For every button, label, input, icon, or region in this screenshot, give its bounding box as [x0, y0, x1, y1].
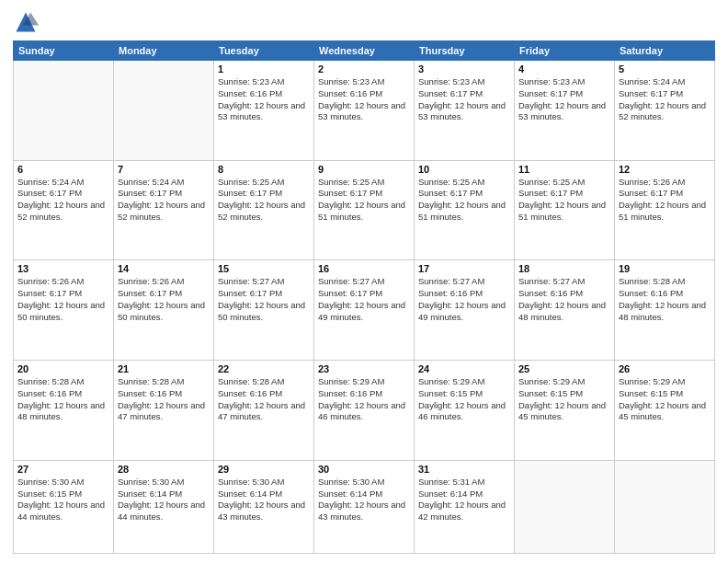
day-info: Sunrise: 5:23 AM Sunset: 6:17 PM Dayligh…	[518, 76, 610, 123]
day-number: 24	[418, 363, 510, 374]
calendar-cell: 2Sunrise: 5:23 AM Sunset: 6:16 PM Daylig…	[314, 61, 415, 161]
calendar-cell: 30Sunrise: 5:30 AM Sunset: 6:14 PM Dayli…	[314, 460, 415, 553]
day-number: 25	[518, 363, 610, 374]
day-number: 17	[418, 263, 510, 274]
calendar-cell: 1Sunrise: 5:23 AM Sunset: 6:16 PM Daylig…	[214, 61, 314, 161]
calendar-cell: 22Sunrise: 5:28 AM Sunset: 6:16 PM Dayli…	[214, 361, 314, 461]
day-number: 10	[418, 164, 510, 175]
calendar-cell: 5Sunrise: 5:24 AM Sunset: 6:17 PM Daylig…	[615, 61, 715, 161]
day-info: Sunrise: 5:28 AM Sunset: 6:16 PM Dayligh…	[218, 376, 310, 423]
calendar-cell	[515, 460, 615, 553]
calendar-cell: 10Sunrise: 5:25 AM Sunset: 6:17 PM Dayli…	[415, 160, 515, 260]
day-number: 5	[619, 63, 711, 75]
day-info: Sunrise: 5:28 AM Sunset: 6:16 PM Dayligh…	[619, 276, 711, 323]
calendar-cell: 13Sunrise: 5:26 AM Sunset: 6:17 PM Dayli…	[14, 260, 114, 361]
day-info: Sunrise: 5:28 AM Sunset: 6:16 PM Dayligh…	[118, 376, 210, 423]
day-number: 26	[619, 363, 711, 374]
day-info: Sunrise: 5:26 AM Sunset: 6:17 PM Dayligh…	[619, 177, 711, 224]
day-info: Sunrise: 5:25 AM Sunset: 6:17 PM Dayligh…	[518, 177, 610, 224]
calendar-cell: 15Sunrise: 5:27 AM Sunset: 6:17 PM Dayli…	[214, 260, 314, 361]
calendar-cell: 31Sunrise: 5:31 AM Sunset: 6:14 PM Dayli…	[415, 460, 515, 553]
week-row: 20Sunrise: 5:28 AM Sunset: 6:16 PM Dayli…	[14, 361, 715, 461]
week-row: 13Sunrise: 5:26 AM Sunset: 6:17 PM Dayli…	[14, 260, 715, 361]
day-info: Sunrise: 5:29 AM Sunset: 6:15 PM Dayligh…	[518, 376, 610, 423]
calendar-cell	[114, 61, 214, 161]
day-number: 18	[518, 263, 610, 274]
day-info: Sunrise: 5:23 AM Sunset: 6:16 PM Dayligh…	[318, 76, 410, 123]
day-number: 23	[318, 363, 410, 374]
calendar-cell: 7Sunrise: 5:24 AM Sunset: 6:17 PM Daylig…	[114, 160, 214, 260]
calendar-cell: 18Sunrise: 5:27 AM Sunset: 6:16 PM Dayli…	[515, 260, 615, 361]
calendar-cell: 9Sunrise: 5:25 AM Sunset: 6:17 PM Daylig…	[314, 160, 415, 260]
calendar-cell: 17Sunrise: 5:27 AM Sunset: 6:16 PM Dayli…	[415, 260, 515, 361]
calendar-cell: 8Sunrise: 5:25 AM Sunset: 6:17 PM Daylig…	[214, 160, 314, 260]
weekday-header: Saturday	[615, 41, 715, 61]
day-info: Sunrise: 5:24 AM Sunset: 6:17 PM Dayligh…	[118, 177, 210, 224]
day-info: Sunrise: 5:25 AM Sunset: 6:17 PM Dayligh…	[418, 177, 510, 224]
day-info: Sunrise: 5:26 AM Sunset: 6:17 PM Dayligh…	[118, 276, 210, 323]
calendar-cell: 11Sunrise: 5:25 AM Sunset: 6:17 PM Dayli…	[515, 160, 615, 260]
header	[13, 9, 715, 35]
day-info: Sunrise: 5:29 AM Sunset: 6:15 PM Dayligh…	[418, 376, 510, 423]
day-number: 15	[218, 263, 310, 274]
day-number: 29	[218, 464, 310, 475]
day-number: 4	[518, 63, 610, 75]
calendar-cell: 25Sunrise: 5:29 AM Sunset: 6:15 PM Dayli…	[515, 361, 615, 461]
weekday-header: Friday	[515, 41, 615, 61]
day-number: 21	[118, 363, 210, 374]
calendar-cell: 16Sunrise: 5:27 AM Sunset: 6:17 PM Dayli…	[314, 260, 415, 361]
day-info: Sunrise: 5:24 AM Sunset: 6:17 PM Dayligh…	[619, 76, 711, 123]
week-row: 27Sunrise: 5:30 AM Sunset: 6:15 PM Dayli…	[14, 460, 715, 553]
page: SundayMondayTuesdayWednesdayThursdayFrid…	[0, 0, 728, 563]
weekday-header: Sunday	[14, 41, 114, 61]
day-number: 19	[619, 263, 711, 274]
day-info: Sunrise: 5:29 AM Sunset: 6:16 PM Dayligh…	[318, 376, 410, 423]
day-info: Sunrise: 5:31 AM Sunset: 6:14 PM Dayligh…	[418, 477, 510, 523]
day-number: 3	[418, 63, 510, 75]
day-info: Sunrise: 5:26 AM Sunset: 6:17 PM Dayligh…	[17, 276, 109, 323]
calendar-cell: 29Sunrise: 5:30 AM Sunset: 6:14 PM Dayli…	[214, 460, 314, 553]
calendar-cell: 3Sunrise: 5:23 AM Sunset: 6:17 PM Daylig…	[415, 61, 515, 161]
day-number: 30	[318, 464, 410, 475]
calendar-cell: 23Sunrise: 5:29 AM Sunset: 6:16 PM Dayli…	[314, 361, 415, 461]
calendar-cell: 24Sunrise: 5:29 AM Sunset: 6:15 PM Dayli…	[415, 361, 515, 461]
day-number: 7	[118, 164, 210, 175]
calendar-cell: 20Sunrise: 5:28 AM Sunset: 6:16 PM Dayli…	[14, 361, 114, 461]
calendar-cell: 28Sunrise: 5:30 AM Sunset: 6:14 PM Dayli…	[114, 460, 214, 553]
day-number: 31	[418, 464, 510, 475]
weekday-header: Wednesday	[314, 41, 415, 61]
calendar-table: SundayMondayTuesdayWednesdayThursdayFrid…	[13, 40, 715, 554]
day-info: Sunrise: 5:27 AM Sunset: 6:17 PM Dayligh…	[218, 276, 310, 323]
week-row: 6Sunrise: 5:24 AM Sunset: 6:17 PM Daylig…	[14, 160, 715, 260]
calendar-cell	[615, 460, 715, 553]
weekday-header: Tuesday	[214, 41, 314, 61]
day-number: 13	[17, 263, 109, 274]
calendar-cell: 6Sunrise: 5:24 AM Sunset: 6:17 PM Daylig…	[14, 160, 114, 260]
day-number: 28	[118, 464, 210, 475]
day-info: Sunrise: 5:23 AM Sunset: 6:16 PM Dayligh…	[218, 76, 310, 123]
day-info: Sunrise: 5:25 AM Sunset: 6:17 PM Dayligh…	[318, 177, 410, 224]
day-number: 20	[17, 363, 109, 374]
day-number: 1	[218, 63, 310, 75]
day-number: 16	[318, 263, 410, 274]
day-info: Sunrise: 5:25 AM Sunset: 6:17 PM Dayligh…	[218, 177, 310, 224]
day-info: Sunrise: 5:30 AM Sunset: 6:14 PM Dayligh…	[218, 477, 310, 523]
calendar-cell: 4Sunrise: 5:23 AM Sunset: 6:17 PM Daylig…	[515, 61, 615, 161]
calendar-cell: 12Sunrise: 5:26 AM Sunset: 6:17 PM Dayli…	[615, 160, 715, 260]
week-row: 1Sunrise: 5:23 AM Sunset: 6:16 PM Daylig…	[14, 61, 715, 161]
day-number: 27	[17, 464, 109, 475]
weekday-header-row: SundayMondayTuesdayWednesdayThursdayFrid…	[14, 41, 715, 61]
calendar-cell: 27Sunrise: 5:30 AM Sunset: 6:15 PM Dayli…	[14, 460, 114, 553]
weekday-header: Monday	[114, 41, 214, 61]
day-number: 2	[318, 63, 410, 75]
logo-icon	[13, 9, 39, 35]
calendar-cell	[14, 61, 114, 161]
day-number: 11	[518, 164, 610, 175]
day-info: Sunrise: 5:30 AM Sunset: 6:14 PM Dayligh…	[318, 477, 410, 523]
day-info: Sunrise: 5:27 AM Sunset: 6:17 PM Dayligh…	[318, 276, 410, 323]
calendar-cell: 14Sunrise: 5:26 AM Sunset: 6:17 PM Dayli…	[114, 260, 214, 361]
day-info: Sunrise: 5:30 AM Sunset: 6:14 PM Dayligh…	[118, 477, 210, 523]
day-info: Sunrise: 5:27 AM Sunset: 6:16 PM Dayligh…	[518, 276, 610, 323]
day-info: Sunrise: 5:28 AM Sunset: 6:16 PM Dayligh…	[17, 376, 109, 423]
day-info: Sunrise: 5:27 AM Sunset: 6:16 PM Dayligh…	[418, 276, 510, 323]
